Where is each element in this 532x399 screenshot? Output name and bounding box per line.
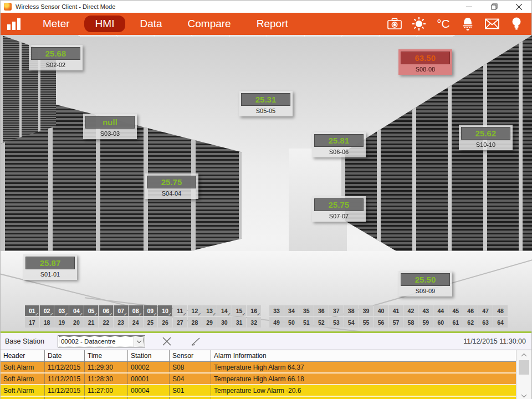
channel-cell-21[interactable]: 21 xyxy=(84,317,99,328)
channel-cell-06[interactable]: 06✓ xyxy=(99,305,113,316)
channel-cell-31[interactable]: 31 xyxy=(232,317,247,328)
channel-cell-32[interactable]: 32 xyxy=(247,317,261,328)
channel-cell-10[interactable]: 10✓ xyxy=(158,305,172,316)
channel-cell-48[interactable]: 48 xyxy=(493,305,508,316)
channel-cell-13[interactable]: 13✓ xyxy=(202,305,217,316)
sensor-label-S04-04[interactable]: 25.75S04-04 xyxy=(145,173,198,199)
tab-hmi[interactable]: HMI xyxy=(84,16,126,32)
sensor-label-S03-03[interactable]: nullS03-03 xyxy=(83,114,137,139)
channel-cell-43[interactable]: 43 xyxy=(418,305,433,316)
channel-cell-34[interactable]: 34 xyxy=(284,305,299,316)
channel-cell-47[interactable]: 47 xyxy=(478,305,493,316)
channel-cell-14[interactable]: 14✓ xyxy=(217,305,232,316)
restore-button[interactable] xyxy=(482,1,507,13)
light-bulb-icon[interactable] xyxy=(507,16,526,32)
scrollbar-thumb[interactable] xyxy=(519,360,529,375)
scroll-down-button[interactable] xyxy=(516,391,531,399)
channel-cell-64[interactable]: 64 xyxy=(493,317,508,328)
celsius-icon[interactable]: °C xyxy=(434,16,453,32)
channel-cell-51[interactable]: 51 xyxy=(299,317,314,328)
sensor-label-S01-01[interactable]: 25.87S01-01 xyxy=(23,254,77,280)
channel-cell-44[interactable]: 44 xyxy=(433,305,448,316)
channel-cell-40[interactable]: 40 xyxy=(374,305,388,316)
sensor-label-S08-08[interactable]: 63.50S08-08 xyxy=(398,49,452,75)
channel-cell-08[interactable]: 08✓ xyxy=(129,305,143,316)
channel-cell-62[interactable]: 62 xyxy=(463,317,478,328)
channel-cell-33[interactable]: 33 xyxy=(269,305,284,316)
alarm-bell-icon[interactable] xyxy=(458,16,477,32)
channel-cell-56[interactable]: 56 xyxy=(374,317,388,328)
sun-brightness-icon[interactable] xyxy=(410,16,428,32)
mail-icon[interactable] xyxy=(483,16,502,32)
camera-icon[interactable] xyxy=(385,16,404,32)
channel-cell-36[interactable]: 36 xyxy=(314,305,329,316)
channel-cell-18[interactable]: 18 xyxy=(40,317,54,328)
channel-cell-39[interactable]: 39 xyxy=(359,305,374,316)
sensor-label-S09-09[interactable]: 25.50S09-09 xyxy=(398,271,452,296)
channel-cell-54[interactable]: 54 xyxy=(344,317,359,328)
channel-cell-29[interactable]: 29 xyxy=(202,317,217,328)
channel-cell-02[interactable]: 02✓ xyxy=(40,305,54,316)
channel-cell-41[interactable]: 41 xyxy=(389,305,403,316)
channel-cell-09[interactable]: 09✓ xyxy=(144,305,158,316)
channel-cell-17[interactable]: 17 xyxy=(25,317,39,328)
sensor-label-S06-06[interactable]: 25.81S06-06 xyxy=(312,132,366,157)
channel-cell-27[interactable]: 27 xyxy=(173,317,187,328)
channel-cell-11[interactable]: 11✓ xyxy=(173,305,187,316)
channel-cell-25[interactable]: 25 xyxy=(144,317,158,328)
channel-cell-26[interactable]: 26 xyxy=(158,317,172,328)
scroll-up-button[interactable] xyxy=(516,350,531,359)
channel-cell-42[interactable]: 42 xyxy=(403,305,418,316)
close-button[interactable] xyxy=(507,1,531,13)
channel-cell-05[interactable]: 05✓ xyxy=(84,305,99,316)
minimize-button[interactable] xyxy=(457,1,482,13)
sensor-label-S10-10[interactable]: 25.62S10-10 xyxy=(459,125,513,150)
channel-cell-60[interactable]: 60 xyxy=(433,317,448,328)
channel-cell-46[interactable]: 46 xyxy=(463,305,478,316)
alarm-row[interactable]: Soft Alarm11/12/201511:27:0000004S01Temp… xyxy=(1,385,517,397)
channel-cell-22[interactable]: 22 xyxy=(99,317,113,328)
channel-cell-20[interactable]: 20 xyxy=(69,317,84,328)
channel-cell-15[interactable]: 15✓ xyxy=(232,305,247,316)
channel-cell-53[interactable]: 53 xyxy=(329,317,344,328)
tab-meter[interactable]: Meter xyxy=(32,16,81,32)
channel-cell-55[interactable]: 55 xyxy=(359,317,374,328)
channel-cell-38[interactable]: 38 xyxy=(344,305,359,316)
channel-cell-61[interactable]: 61 xyxy=(448,317,463,328)
channel-cell-45[interactable]: 45 xyxy=(448,305,463,316)
alarm-row[interactable] xyxy=(1,397,517,399)
base-station-select[interactable]: 00002 - Datacentre xyxy=(58,335,145,347)
channel-cell-19[interactable]: 19 xyxy=(54,317,69,328)
select-dropdown-button[interactable] xyxy=(134,336,145,347)
channel-cell-24[interactable]: 24 xyxy=(129,317,143,328)
channel-cell-12[interactable]: 12✓ xyxy=(188,305,202,316)
channel-cell-16[interactable]: 16✓ xyxy=(247,305,261,316)
channel-cell-59[interactable]: 59 xyxy=(418,317,433,328)
channel-cell-01[interactable]: 01✓ xyxy=(25,305,39,316)
channel-cell-57[interactable]: 57 xyxy=(389,317,403,328)
sensor-label-S07-07[interactable]: 25.75S07-07 xyxy=(312,196,366,222)
table-scrollbar[interactable] xyxy=(516,350,531,399)
tab-compare[interactable]: Compare xyxy=(177,16,242,32)
channel-cell-52[interactable]: 52 xyxy=(314,317,329,328)
channel-cell-35[interactable]: 35 xyxy=(299,305,314,316)
channel-cell-07[interactable]: 07✓ xyxy=(114,305,128,316)
channel-cell-63[interactable]: 63 xyxy=(478,317,493,328)
alarm-row[interactable]: Soft Alarm11/12/201511:29:3000002S08Temp… xyxy=(1,362,517,374)
channel-cell-49[interactable]: 49 xyxy=(269,317,284,328)
edit-pencil-icon[interactable] xyxy=(188,335,203,348)
channel-cell-28[interactable]: 28 xyxy=(188,317,202,328)
sensor-label-S02-02[interactable]: 25.68S02-02 xyxy=(29,45,83,70)
alarm-row[interactable]: Soft Alarm11/12/201511:28:3000001S04Temp… xyxy=(1,374,517,385)
clear-button[interactable] xyxy=(160,335,174,348)
channel-cell-37[interactable]: 37 xyxy=(329,305,344,316)
tab-report[interactable]: Report xyxy=(245,16,299,32)
sensor-label-S05-05[interactable]: 25.31S05-05 xyxy=(239,91,293,116)
channel-cell-04[interactable]: 04✓ xyxy=(69,305,84,316)
channel-cell-50[interactable]: 50 xyxy=(284,317,299,328)
channel-cell-23[interactable]: 23 xyxy=(114,317,128,328)
channel-cell-03[interactable]: 03✓ xyxy=(54,305,69,316)
channel-cell-30[interactable]: 30 xyxy=(217,317,232,328)
tab-data[interactable]: Data xyxy=(129,16,173,32)
channel-cell-58[interactable]: 58 xyxy=(403,317,418,328)
